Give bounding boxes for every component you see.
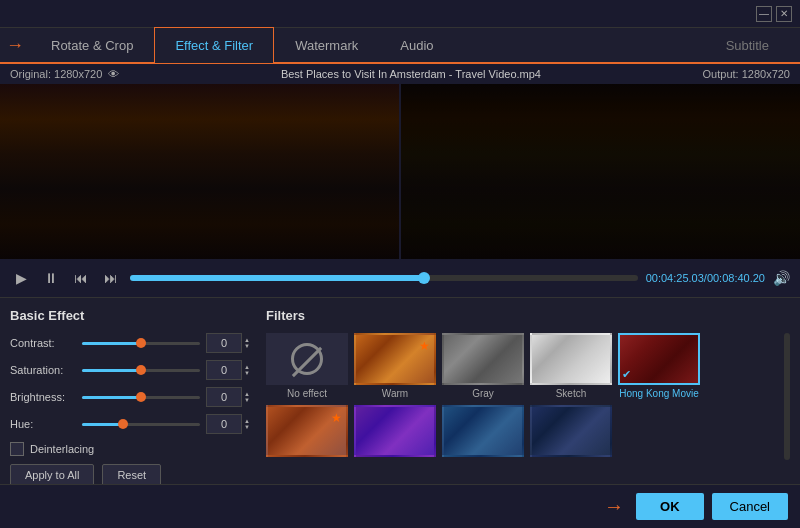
- filter-gray[interactable]: Gray: [442, 333, 524, 399]
- play-button[interactable]: ▶: [10, 267, 32, 289]
- brightness-label: Brightness:: [10, 391, 82, 403]
- minimize-button[interactable]: —: [756, 6, 772, 22]
- cancel-button[interactable]: Cancel: [712, 493, 788, 520]
- filter-label-no-effect: No effect: [287, 388, 327, 399]
- filter-hong-kong[interactable]: ✔ Hong Kong Movie: [618, 333, 700, 399]
- reset-button[interactable]: Reset: [102, 464, 161, 486]
- deinterlace-row: Deinterlacing: [10, 442, 250, 456]
- pause-button[interactable]: ⏸: [40, 267, 62, 289]
- video-info-bar: Original: 1280x720 👁 Best Places to Visi…: [0, 64, 800, 84]
- title-bar: — ✕: [0, 0, 800, 28]
- video-filename: Best Places to Visit In Amsterdam - Trav…: [119, 68, 702, 80]
- progress-fill: [130, 275, 424, 281]
- tab-arrow-indicator: →: [0, 35, 30, 56]
- video-panel-original: [0, 84, 399, 259]
- filter-r2-1[interactable]: ★: [266, 405, 348, 460]
- hue-value: 0: [206, 414, 242, 434]
- filter-sketch[interactable]: Sketch: [530, 333, 612, 399]
- filter-label-warm: Warm: [382, 388, 408, 399]
- filter-thumb-gray: [442, 333, 524, 385]
- next-button[interactable]: ⏭: [100, 267, 122, 289]
- brightness-slider[interactable]: [82, 389, 200, 405]
- saturation-row: Saturation: 0 ▲ ▼: [10, 360, 250, 380]
- filter-r2-2[interactable]: [354, 405, 436, 460]
- filter-thumb-no-effect: [266, 333, 348, 385]
- volume-icon[interactable]: 🔊: [773, 270, 790, 286]
- filters-scrollbar[interactable]: [784, 333, 790, 460]
- saturation-slider[interactable]: [82, 362, 200, 378]
- hue-label: Hue:: [10, 418, 82, 430]
- filters-row-1: No effect ★ Warm Gray: [266, 333, 778, 399]
- hue-spinner[interactable]: ▲ ▼: [244, 418, 250, 430]
- video-panels: [0, 84, 800, 259]
- output-resolution: Output: 1280x720: [703, 68, 790, 80]
- ok-button[interactable]: OK: [636, 493, 704, 520]
- filter-thumb-r2-1: ★: [266, 405, 348, 457]
- tab-bar: → Rotate & Crop Effect & Filter Watermar…: [0, 28, 800, 64]
- filters-grid-container: No effect ★ Warm Gray: [266, 333, 790, 460]
- saturation-label: Saturation:: [10, 364, 82, 376]
- original-resolution: Original: 1280x720: [10, 68, 102, 80]
- filter-label-sketch: Sketch: [556, 388, 587, 399]
- prev-button[interactable]: ⏮: [70, 267, 92, 289]
- contrast-slider[interactable]: [82, 335, 200, 351]
- brightness-row: Brightness: 0 ▲ ▼: [10, 387, 250, 407]
- contrast-value: 0: [206, 333, 242, 353]
- filters-content: No effect ★ Warm Gray: [266, 333, 778, 460]
- progress-thumb[interactable]: [418, 272, 430, 284]
- progress-bar[interactable]: [130, 275, 638, 281]
- time-display: 00:04:25.03/00:08:40.20: [646, 272, 765, 284]
- eye-icon[interactable]: 👁: [108, 68, 119, 80]
- deinterlace-checkbox[interactable]: [10, 442, 24, 456]
- filter-no-effect[interactable]: No effect: [266, 333, 348, 399]
- filters-title: Filters: [266, 308, 790, 323]
- tab-audio[interactable]: Audio: [379, 27, 454, 63]
- warm-star-icon: ★: [419, 339, 430, 353]
- saturation-spinner[interactable]: ▲ ▼: [244, 364, 250, 376]
- no-effect-icon: [291, 343, 323, 375]
- filter-warm[interactable]: ★ Warm: [354, 333, 436, 399]
- filter-label-gray: Gray: [472, 388, 494, 399]
- deinterlace-label: Deinterlacing: [30, 443, 94, 455]
- filter-thumb-hong-kong: ✔: [618, 333, 700, 385]
- filter-r2-3[interactable]: [442, 405, 524, 460]
- filter-thumb-r2-4: [530, 405, 612, 457]
- hue-slider[interactable]: [82, 416, 200, 432]
- action-buttons: Apply to All Reset: [10, 464, 250, 486]
- ok-arrow-icon: →: [604, 495, 624, 518]
- playback-bar: ▶ ⏸ ⏮ ⏭ 00:04:25.03/00:08:40.20 🔊: [0, 259, 800, 297]
- filter-label-hong-kong: Hong Kong Movie: [619, 388, 699, 399]
- main-area: Original: 1280x720 👁 Best Places to Visi…: [0, 64, 800, 528]
- apply-all-button[interactable]: Apply to All: [10, 464, 94, 486]
- brightness-spinner[interactable]: ▲ ▼: [244, 391, 250, 403]
- tab-rotate-crop[interactable]: Rotate & Crop: [30, 27, 154, 63]
- basic-effect-title: Basic Effect: [10, 308, 250, 323]
- r2-1-star-icon: ★: [331, 411, 342, 425]
- filter-thumb-warm: ★: [354, 333, 436, 385]
- video-panel-output: [399, 84, 800, 259]
- brightness-value: 0: [206, 387, 242, 407]
- filters-row-2: ★: [266, 405, 778, 460]
- contrast-row: Contrast: 0 ▲ ▼: [10, 333, 250, 353]
- filter-thumb-r2-2: [354, 405, 436, 457]
- tab-watermark[interactable]: Watermark: [274, 27, 379, 63]
- selected-check-icon: ✔: [622, 368, 631, 381]
- tab-effect-filter[interactable]: Effect & Filter: [154, 27, 274, 63]
- tab-subtitle[interactable]: Subtitle: [705, 27, 790, 63]
- contrast-label: Contrast:: [10, 337, 82, 349]
- filter-r2-4[interactable]: [530, 405, 612, 460]
- contrast-spinner[interactable]: ▲ ▼: [244, 337, 250, 349]
- bottom-action-bar: → OK Cancel: [0, 484, 800, 528]
- saturation-value: 0: [206, 360, 242, 380]
- hue-row: Hue: 0 ▲ ▼: [10, 414, 250, 434]
- close-button[interactable]: ✕: [776, 6, 792, 22]
- filter-thumb-sketch: [530, 333, 612, 385]
- filter-thumb-r2-3: [442, 405, 524, 457]
